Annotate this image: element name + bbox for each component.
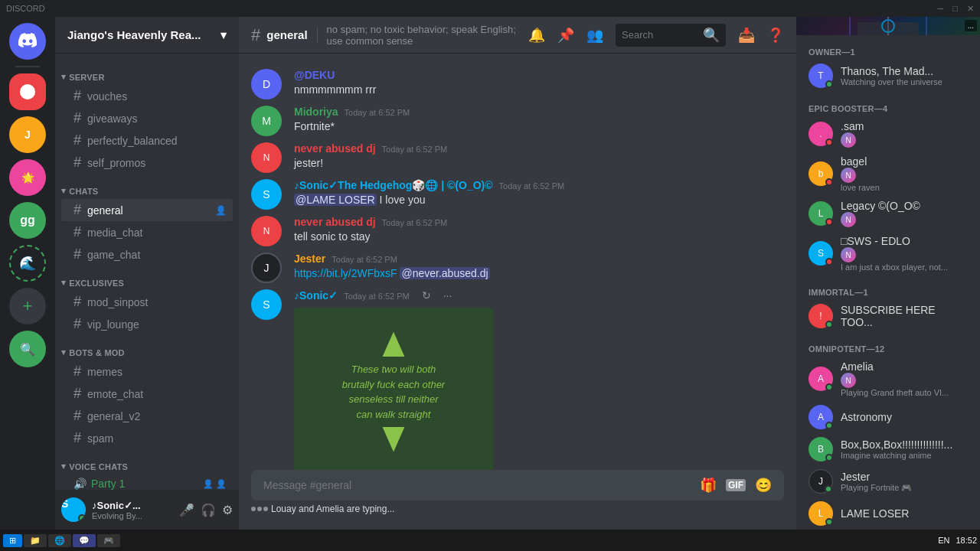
messages-container: D @DEKU nmmmmmmm rrr M [239,54,796,470]
channel-vouches[interactable]: # vouches [61,85,233,107]
meme-image-placeholder: These two will both brutally fuck each o… [294,308,493,470]
maximize-button[interactable]: □ [952,4,958,14]
member-info: Jester Playing Fortnite 🎮 [841,471,912,493]
more-options-icon[interactable]: ··· [443,289,452,302]
member-item-bagel[interactable]: b bagel N love raven [802,152,974,195]
help-icon[interactable]: ❓ [767,27,784,44]
discover-button[interactable]: 🔍 [9,331,46,367]
arrow-down-icon [378,425,409,455]
right-sidebar: ... OWNER—1 T Thanos, The Mad... Watchin… [796,17,980,530]
status-dot [825,321,833,328]
refresh-icon[interactable]: ↻ [422,289,431,302]
taskbar-browser[interactable]: 🌐 [48,534,71,547]
channel-spam[interactable]: # spam [61,427,233,449]
message-group: D @DEKU nmmmmmmm rrr [239,66,796,103]
typing-dot-1 [251,507,256,511]
hash-icon: # [74,408,81,424]
member-item-sws-edlo[interactable]: S □SWS - EDLO N I am just a xbox player,… [802,232,974,275]
status-dot [825,518,833,526]
member-item-box[interactable]: B Box,Box,Box!!!!!!!!!!!!!!... Imagine w… [802,434,974,465]
member-activity: Playing Grand theft auto VI... [841,388,949,397]
server-icon-5[interactable]: 🌊 [9,245,46,282]
msg-header: @DEKU [294,69,784,81]
member-name: Jester [841,471,912,483]
members-icon[interactable]: 👥 [586,27,603,44]
voice-channel-party1[interactable]: 🔊 Party 1 👤 👤 [61,474,233,490]
settings-button[interactable]: ⚙ [222,503,233,517]
server-name-bar[interactable]: Jiango's Heavenly Rea... ▾ [55,17,239,54]
channel-media-chat[interactable]: # media_chat [61,221,233,243]
mute-button[interactable]: 🎤 [179,503,194,517]
minimize-button[interactable]: ─ [938,4,944,14]
hash-icon: # [74,202,81,218]
discord-home-button[interactable] [9,23,46,60]
message-group: N never abused dj Today at 6:52 PM jeste… [239,139,796,176]
msg-text: Fortnite* [294,119,784,135]
bell-icon[interactable]: 🔔 [528,27,545,44]
member-item-legacy[interactable]: L Legacy ©(O_O© N [802,197,974,230]
close-button[interactable]: ✕ [967,4,974,14]
channel-perfectly-balanced[interactable]: # perfectly_balanced [61,129,233,152]
avatar-col: S [251,289,282,470]
channel-memes[interactable]: # memes [61,360,233,383]
hash-icon: # [74,364,81,380]
gift-icon[interactable]: 🎁 [700,477,717,494]
member-info: □SWS - EDLO N I am just a xbox player, n… [841,235,948,272]
pin-icon[interactable]: 📌 [557,27,574,44]
server-divider [15,66,40,67]
member-item-sam[interactable]: . .sam N [802,117,974,151]
channel-emote-chat[interactable]: # emote_chat [61,383,233,405]
nitro-badge: N [841,132,856,148]
add-server-button[interactable]: + [9,288,46,324]
member-name: Legacy ©(O_O© N [841,200,920,227]
member-item-subscribe[interactable]: ! SUBSCRIBE HERE TOO... [802,301,974,331]
channel-general-v2[interactable]: # general_v2 [61,405,233,427]
channel-mod-sinpost[interactable]: # mod_sinpost [61,291,233,313]
member-item-lame-loser[interactable]: L LAME LOSER [802,498,974,529]
emoji-icon[interactable]: 😊 [755,477,772,494]
server-icon-3[interactable]: 🌟 [9,159,46,196]
server-icon-2[interactable]: J [9,116,46,153]
msg-content: Midoriya Today at 6:52 PM Fortnite* [294,106,784,136]
member-activity: I am just a xbox player, not... [841,262,948,272]
avatar-col: N [251,142,282,173]
taskbar-app1[interactable]: 🎮 [97,534,120,547]
avatar-col: M [251,106,282,136]
channel-self-promos[interactable]: # self_promos [61,152,233,174]
member-avatar: . [808,122,833,146]
channel-game-chat[interactable]: # game_chat [61,243,233,266]
status-dot [825,258,833,266]
message-avatar: D [251,69,282,99]
member-item-jester[interactable]: J Jester Playing Fortnite 🎮 [802,466,974,497]
message-group: S ♪Sonic✓ Today at 6:52 PM ↻ ··· [239,286,796,470]
deafen-button[interactable]: 🎧 [201,503,216,517]
svg-point-0 [20,84,35,99]
msg-timestamp: Today at 6:52 PM [332,255,397,264]
nitro-badge: N [841,247,856,262]
msg-timestamp: Today at 6:52 PM [499,181,565,191]
gif-icon[interactable]: GIF [726,479,746,491]
search-input[interactable] [622,29,698,41]
server-icon-1[interactable] [9,73,46,110]
msg-author: Midoriya [294,106,338,118]
chat-area: # general no spam; no toxic behavior; sp… [239,17,796,530]
search-box[interactable]: 🔍 [616,24,726,47]
server-icon-4[interactable]: gg [9,202,46,239]
inbox-icon[interactable]: 📥 [738,27,755,44]
member-item-astronomy[interactable]: A Astronomy [802,402,974,432]
category-exclusives: ▾ EXCLUSIVES [55,266,239,291]
taskbar-file-explorer[interactable]: 📁 [24,534,47,547]
taskbar-discord[interactable]: 💬 [73,534,96,547]
message-group: M Midoriya Today at 6:52 PM Fortnite* [239,103,796,139]
message-link[interactable]: https://bit.ly/2WFbxsF [294,267,397,279]
channel-general[interactable]: # general 👤 [61,199,233,221]
msg-content: ♪Sonic✓The Hedgehog🎲🌐 | ©(O_O)© Today at… [294,179,784,210]
msg-timestamp: Today at 6:52 PM [382,218,448,227]
member-item-thanos[interactable]: T Thanos, The Mad... Watching over the u… [802,60,974,91]
member-item-amelia[interactable]: A Amelia N Playing Grand theft auto VI..… [802,357,974,400]
channel-mention-icon: 👤 [215,205,227,216]
message-input[interactable] [263,470,691,500]
channel-giveaways[interactable]: # giveaways [61,107,233,129]
taskbar-start-button[interactable]: ⊞ [3,534,22,547]
channel-vip-lounge[interactable]: # vip_lounge [61,313,233,335]
